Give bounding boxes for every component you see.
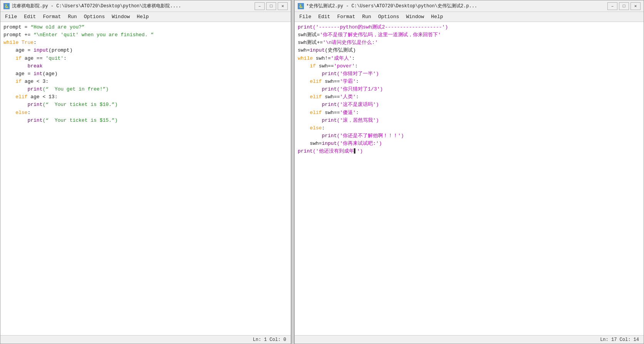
code-token [298, 71, 322, 77]
left-code-content[interactable]: prompt = “How old are you?”prompt += “\n… [0, 22, 291, 335]
code-line: prompt += “\nEnter 'quit' when you are f… [3, 31, 288, 39]
code-token: if [15, 79, 22, 84]
code-token: input [310, 47, 325, 53]
code-token: : [322, 125, 325, 131]
code-token: 'pover' [334, 63, 355, 69]
code-line: if swh=='pover': [298, 62, 641, 70]
right-menu-format[interactable]: Format [334, 13, 358, 21]
code-line: print(“ Your ticket is $10.”) [3, 101, 288, 109]
code-line: age = input(prompt) [3, 47, 288, 54]
code-token: print [27, 102, 42, 107]
code-token: prompt = [3, 24, 30, 30]
code-token: : [55, 94, 58, 100]
code-line: else: [3, 109, 288, 117]
right-editor[interactable]: print('-------python的swh测试2-------------… [295, 22, 644, 335]
code-token: print [322, 102, 337, 107]
code-token: print [27, 117, 42, 123]
code-token: swh测试+= [298, 40, 323, 45]
window-divider [291, 0, 294, 344]
left-editor[interactable]: prompt = “How old are you?”prompt += “\n… [0, 22, 291, 335]
right-title-bar: 🐍 *史伟弘测试2.py - C:\Users\ATO720\Desktop\p… [295, 0, 644, 12]
code-token [298, 86, 322, 92]
right-menu-help[interactable]: Help [428, 13, 446, 21]
code-token: input [322, 141, 337, 146]
code-token [3, 79, 15, 84]
left-menu-edit[interactable]: Edit [21, 13, 39, 21]
left-title-controls[interactable]: – □ ✕ [255, 2, 288, 10]
code-token: “\nEnter 'quit' when you are finished. ” [34, 32, 154, 38]
code-line: print('你猜对了一半') [298, 70, 641, 78]
code-line: break [3, 62, 288, 70]
left-window: 🐍 沈睿祺电影院.py - C:\Users\ATO720\Desktop\py… [0, 0, 291, 344]
left-menu-options[interactable]: Options [81, 13, 108, 21]
code-line: print('-------python的swh测试2-------------… [298, 23, 641, 31]
code-token: print [322, 133, 337, 139]
code-token: print [298, 148, 313, 154]
code-line: prompt = “How old are you?” [3, 23, 288, 31]
code-token: else [15, 110, 27, 116]
right-code-content[interactable]: print('-------python的swh测试2-------------… [295, 22, 644, 335]
code-line: elif swh=='学霸': [298, 78, 641, 86]
code-token [298, 117, 322, 123]
code-token: age = [3, 47, 34, 53]
left-menu-bar: File Edit Format Run Options Window Help [0, 12, 291, 22]
right-menu-edit[interactable]: Edit [315, 13, 333, 21]
code-token: : [64, 55, 67, 61]
code-token: break [27, 63, 42, 69]
code-line: print('这不是废话吗') [298, 101, 641, 109]
code-token [298, 94, 310, 100]
code-token [298, 110, 310, 116]
code-line: age = int(age) [3, 70, 288, 78]
code-token: elif [15, 94, 27, 100]
code-token: print [27, 86, 42, 92]
left-window-icon: 🐍 [3, 3, 10, 9]
code-token: True [22, 40, 34, 45]
code-line: elif swh=='人类': [298, 93, 641, 101]
code-line: swh=input('你再来试试吧:') [298, 140, 641, 148]
code-token: swh== [322, 110, 340, 116]
code-line: elif swh=='傻逼': [298, 109, 641, 117]
code-token [3, 94, 15, 100]
left-minimize-button[interactable]: – [255, 2, 265, 10]
right-minimize-button[interactable]: – [607, 2, 617, 10]
right-close-button[interactable]: ✕ [631, 2, 641, 10]
code-line: print('他还没有到成年▌') [298, 148, 641, 155]
right-menu-options[interactable]: Options [375, 13, 402, 21]
code-token: '学霸' [340, 79, 356, 84]
left-status-text: Ln: 1 Col: 0 [253, 337, 286, 342]
right-maximize-button[interactable]: □ [619, 2, 629, 10]
code-token: “How old are you?” [30, 24, 84, 30]
code-token: swh== [322, 79, 340, 84]
code-line: elif age < 13: [3, 93, 288, 101]
code-token: '成年人' [331, 55, 352, 61]
right-title-controls[interactable]: – □ ✕ [607, 2, 641, 10]
code-line: if age < 3: [3, 78, 288, 86]
left-close-button[interactable]: ✕ [278, 2, 288, 10]
code-token: '人类' [340, 94, 356, 100]
left-maximize-button[interactable]: □ [266, 2, 276, 10]
right-menu-file[interactable]: File [296, 13, 314, 21]
code-token [298, 79, 310, 84]
code-token: swh== [322, 94, 340, 100]
code-token: '\n请问史伟弘是什么:' [323, 40, 378, 45]
right-window: 🐍 *史伟弘测试2.py - C:\Users\ATO720\Desktop\p… [294, 0, 644, 344]
code-token: age == [22, 55, 45, 61]
code-line: while swh!='成年人': [298, 55, 641, 62]
code-token: : [356, 94, 359, 100]
code-token: 13 [49, 94, 55, 100]
left-menu-window[interactable]: Window [109, 13, 133, 21]
left-menu-format[interactable]: Format [40, 13, 64, 21]
code-token: input [34, 47, 49, 53]
left-menu-file[interactable]: File [2, 13, 20, 21]
left-menu-help[interactable]: Help [134, 13, 152, 21]
left-status-bar: Ln: 1 Col: 0 [0, 335, 291, 344]
code-token: : [27, 110, 30, 116]
code-token: (“ Your ticket is $15.”) [42, 117, 117, 123]
left-menu-run[interactable]: Run [65, 13, 80, 21]
code-line: print('你只猜对了1/3') [298, 86, 641, 93]
right-menu-run[interactable]: Run [359, 13, 374, 21]
code-token: : [355, 63, 358, 69]
right-menu-window[interactable]: Window [403, 13, 427, 21]
left-title-bar: 🐍 沈睿祺电影院.py - C:\Users\ATO720\Desktop\py… [0, 0, 291, 12]
code-token: print [322, 117, 337, 123]
